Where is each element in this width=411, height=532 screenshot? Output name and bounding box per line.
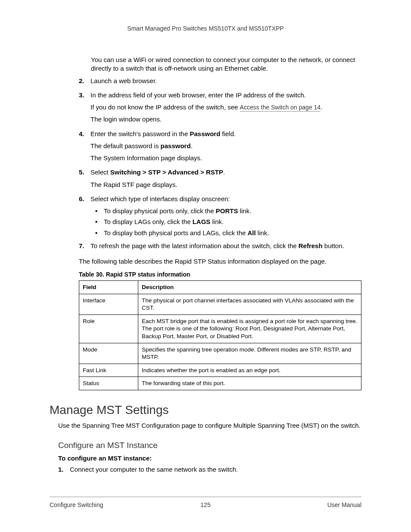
table-cell: Specifies the spanning tree operation mo… (138, 343, 361, 364)
step-4: 4. Enter the switch's password in the Pa… (79, 130, 361, 166)
section-intro: Use the Spanning Tree MST Configuration … (58, 421, 361, 430)
step-7: 7. To refresh the page with the latest i… (79, 242, 361, 254)
rstp-status-table: Field Description Interface The physical… (79, 280, 361, 390)
step-number: 3. (79, 91, 90, 128)
footer-page-number: 125 (50, 501, 361, 508)
page-footer: Configure Switching 125 User Manual (50, 497, 361, 508)
step-detail: The Rapid STF page displays. (90, 180, 361, 189)
bullet-dot-icon: • (95, 229, 104, 237)
step-number: 6. (79, 195, 90, 240)
sub-bullet: • To display physical ports only, click … (95, 207, 361, 215)
step-5: 5. Select Switching > STP > Advanced > R… (79, 168, 361, 193)
step-number: 7. (79, 242, 90, 254)
task-step-1: 1. Connect your computer to the same net… (58, 465, 361, 477)
step-number: 2. (79, 77, 90, 89)
bullet-dot-icon: • (95, 218, 104, 226)
task-lead: To configure an MST instance: (58, 454, 361, 462)
table-caption: Table 30. Rapid STP status information (79, 271, 361, 278)
step-text: To refresh the page with the latest info… (90, 242, 361, 250)
step-text: Select which type of interfaces display … (90, 195, 361, 203)
table-row: Fast Link Indicates whether the port is … (79, 364, 361, 377)
table-cell: Each MST bridge port that is enabled is … (138, 314, 361, 343)
access-switch-link[interactable]: Access the Switch on page 14 (240, 104, 321, 112)
table-cell: Mode (79, 343, 138, 364)
table-cell: Fast Link (79, 364, 138, 377)
table-header-row: Field Description (79, 281, 361, 294)
step-text: Connect your computer to the same networ… (70, 465, 361, 474)
page-header: Smart Managed Pro Switches MS510TX and M… (50, 25, 361, 32)
table-row: Status The forwarding state of this port… (79, 377, 361, 390)
section-heading: Manage MST Settings (50, 403, 361, 417)
sub-bullet: • To display LAGs only, click the LAGS l… (95, 218, 361, 226)
step-6: 6. Select which type of interfaces displ… (79, 195, 361, 240)
table-cell: Status (79, 377, 138, 390)
sub-bullet-list: • To display physical ports only, click … (95, 207, 361, 237)
table-row: Mode Specifies the spanning tree operati… (79, 343, 361, 364)
table-row: Interface The physical or port channel i… (79, 294, 361, 314)
table-cell: The forwarding state of this port. (138, 377, 361, 390)
table-header-cell: Description (138, 281, 361, 294)
step-detail: The login window opens. (90, 115, 361, 124)
step-2: 2. Launch a web browser. (79, 77, 361, 89)
step-text: In the address field of your web browser… (90, 91, 361, 100)
table-row: Role Each MST bridge port that is enable… (79, 314, 361, 343)
step-detail: The default password is password. (90, 142, 361, 150)
step-number: 1. (58, 465, 70, 477)
subsection-heading: Configure an MST Instance (58, 441, 361, 450)
step-3: 3. In the address field of your web brow… (79, 91, 361, 128)
table-lead: The following table describes the Rapid … (79, 257, 361, 266)
step-text: Select Switching > STP > Advanced > RSTP… (90, 168, 361, 177)
step-detail: If you do not know the IP address of the… (90, 103, 361, 112)
step-detail: The System Information page displays. (90, 154, 361, 162)
sub-bullet: • To display both physical ports and LAG… (95, 229, 361, 237)
intro-paragraph: You can use a WiFi or wired connection t… (91, 56, 361, 73)
table-header-cell: Field (79, 281, 138, 294)
step-text: Launch a web browser. (90, 77, 361, 85)
table-cell: The physical or port channel interfaces … (138, 294, 361, 314)
table-cell: Interface (79, 294, 138, 314)
step-text: Enter the switch's password in the Passw… (90, 130, 361, 138)
step-number: 4. (79, 130, 90, 166)
table-cell: Role (79, 314, 138, 343)
step-number: 5. (79, 168, 90, 193)
table-cell: Indicates whether the port is enabled as… (138, 364, 361, 377)
bullet-dot-icon: • (95, 207, 104, 215)
